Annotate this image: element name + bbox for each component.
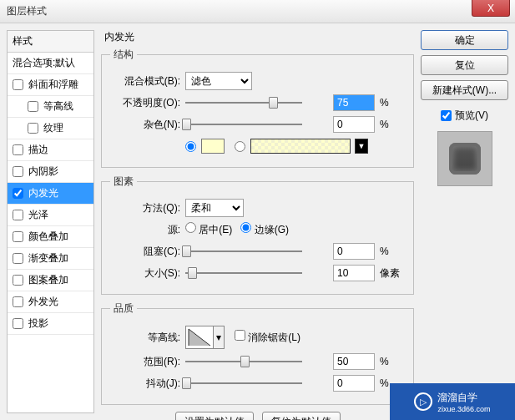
color-swatch[interactable] (201, 139, 225, 154)
style-item-label: 内阴影 (28, 164, 58, 179)
opacity-slider-thumb[interactable] (269, 97, 278, 109)
source-center-option[interactable]: 居中(E) (185, 222, 232, 237)
style-checkbox[interactable] (13, 188, 23, 199)
quality-legend: 品质 (110, 301, 137, 316)
style-item-label: 内发光 (28, 186, 58, 200)
jitter-input[interactable] (333, 375, 375, 392)
preview-toggle[interactable]: 预览(V) (421, 109, 508, 123)
gradient-dropdown[interactable]: ▼ (355, 139, 368, 154)
style-checkbox[interactable] (13, 296, 23, 307)
section-title: 内发光 (101, 30, 414, 44)
cancel-button[interactable]: 复位 (421, 55, 508, 75)
right-panel: 确定 复位 新建样式(W)... 预览(V) (421, 30, 508, 413)
style-checkbox[interactable] (13, 231, 23, 242)
gradient-radio[interactable] (235, 141, 245, 152)
noise-slider-thumb[interactable] (182, 119, 191, 130)
structure-legend: 结构 (110, 48, 137, 62)
preview-thumbnail (449, 143, 481, 175)
style-item-斜面和浮雕[interactable]: 斜面和浮雕 (8, 74, 93, 96)
style-item-图案叠加[interactable]: 图案叠加 (8, 270, 93, 291)
style-item-描边[interactable]: 描边 (8, 139, 93, 161)
style-item-内阴影[interactable]: 内阴影 (8, 161, 93, 183)
noise-input[interactable] (333, 116, 375, 133)
opacity-unit: % (380, 97, 405, 109)
antialias-option[interactable]: 消除锯齿(L) (235, 330, 300, 345)
style-item-label: 描边 (28, 143, 48, 157)
size-label: 大小(S): (110, 266, 185, 281)
style-item-内发光[interactable]: 内发光 (8, 183, 93, 205)
contour-label: 等高线: (110, 331, 185, 345)
choke-input[interactable] (333, 243, 375, 260)
size-input[interactable] (333, 265, 375, 281)
jitter-label: 抖动(J): (110, 377, 185, 391)
contour-dropdown[interactable]: ▾ (213, 326, 225, 349)
jitter-slider-thumb[interactable] (182, 377, 191, 389)
style-item-外发光[interactable]: 外发光 (8, 291, 93, 313)
styles-panel: 样式 混合选项:默认 斜面和浮雕等高线纹理描边内阴影内发光光泽颜色叠加渐变叠加图… (7, 30, 94, 413)
style-item-渐变叠加[interactable]: 渐变叠加 (8, 248, 93, 270)
choke-unit: % (380, 245, 405, 257)
style-checkbox[interactable] (13, 253, 23, 264)
center-panel: 内发光 结构 混合模式(B): 滤色 不透明度(O): % 杂 (101, 30, 414, 413)
titlebar: 图层样式 X (0, 0, 515, 23)
style-checkbox[interactable] (13, 144, 23, 155)
blend-mode-label: 混合模式(B): (110, 74, 185, 89)
choke-slider[interactable] (185, 250, 302, 252)
choke-label: 阻塞(C): (110, 245, 185, 259)
reset-default-button[interactable]: 复位为默认值 (262, 412, 341, 420)
style-item-label: 投影 (28, 316, 48, 331)
structure-group: 结构 混合模式(B): 滤色 不透明度(O): % 杂色(N): (101, 48, 414, 168)
style-item-label: 等高线 (43, 99, 73, 114)
ok-button[interactable]: 确定 (421, 30, 508, 50)
style-checkbox[interactable] (28, 101, 38, 112)
contour-picker[interactable] (185, 326, 214, 349)
choke-slider-thumb[interactable] (182, 245, 191, 257)
source-edge-option[interactable]: 边缘(G) (240, 222, 289, 237)
range-input[interactable] (333, 353, 375, 370)
range-label: 范围(R): (110, 355, 185, 369)
style-list: 斜面和浮雕等高线纹理描边内阴影内发光光泽颜色叠加渐变叠加图案叠加外发光投影 (8, 74, 93, 335)
style-item-光泽[interactable]: 光泽 (8, 205, 93, 226)
noise-unit: % (380, 119, 405, 130)
noise-label: 杂色(N): (110, 118, 185, 132)
style-checkbox[interactable] (13, 210, 23, 220)
solid-color-radio[interactable] (185, 141, 196, 152)
elements-legend: 图素 (110, 175, 137, 189)
close-icon: X (487, 3, 494, 14)
blend-default-label: 混合选项:默认 (13, 56, 75, 70)
style-item-label: 图案叠加 (28, 273, 68, 287)
set-default-button[interactable]: 设置为默认值 (175, 412, 254, 420)
style-item-颜色叠加[interactable]: 颜色叠加 (8, 226, 93, 248)
opacity-slider[interactable] (185, 102, 302, 104)
style-item-投影[interactable]: 投影 (8, 313, 93, 335)
size-slider-thumb[interactable] (188, 267, 197, 279)
size-slider[interactable] (185, 272, 302, 274)
style-checkbox[interactable] (13, 318, 23, 329)
close-button[interactable]: X (472, 0, 510, 17)
style-item-label: 渐变叠加 (28, 251, 68, 266)
blend-mode-select[interactable]: 滤色 (185, 72, 252, 90)
style-item-纹理[interactable]: 纹理 (8, 118, 93, 139)
range-slider[interactable] (185, 361, 302, 362)
window-title: 图层样式 (7, 4, 47, 18)
preview-box (437, 131, 492, 186)
source-label: 源: (110, 223, 185, 237)
range-slider-thumb[interactable] (240, 356, 250, 367)
jitter-slider[interactable] (185, 382, 302, 384)
method-select[interactable]: 柔和 (185, 199, 244, 217)
contour-icon (188, 328, 211, 347)
style-checkbox[interactable] (13, 79, 23, 90)
opacity-input[interactable] (333, 94, 375, 111)
method-label: 方法(Q): (110, 201, 185, 215)
blend-options-default[interactable]: 混合选项:默认 (8, 53, 93, 74)
noise-slider[interactable] (185, 124, 302, 125)
new-style-button[interactable]: 新建样式(W)... (421, 80, 508, 100)
style-checkbox[interactable] (13, 166, 23, 177)
quality-group: 品质 等高线: ▾ 消除锯齿(L) 范围(R): % 抖动 (101, 301, 414, 405)
style-checkbox[interactable] (28, 123, 38, 134)
style-item-等高线[interactable]: 等高线 (8, 96, 93, 118)
size-unit: 像素 (380, 266, 405, 281)
style-checkbox[interactable] (13, 275, 23, 286)
gradient-swatch[interactable] (250, 139, 351, 154)
elements-group: 图素 方法(Q): 柔和 源: 居中(E) 边缘(G) 阻塞(C): (101, 175, 414, 295)
